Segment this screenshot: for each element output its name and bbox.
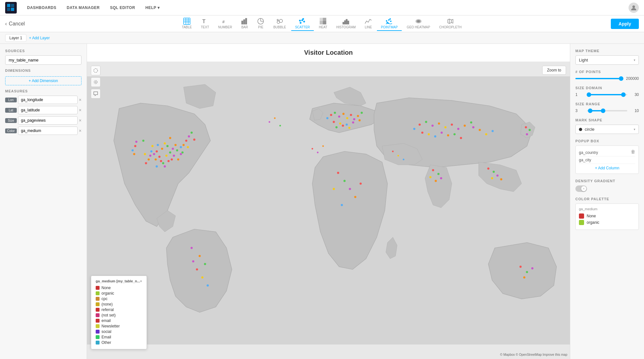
chart-type-heat[interactable]: HEAT (315, 16, 331, 31)
size-range-slider-left-thumb[interactable] (588, 109, 592, 113)
size-range-slider-container: 3 10 (575, 109, 639, 113)
nav-dashboards[interactable]: DASHBOARDS (27, 5, 56, 10)
svg-point-21 (300, 22, 301, 24)
map-title: Visitor Location (87, 44, 570, 62)
svg-rect-26 (320, 18, 323, 21)
color-palette-label: COLOR PALETTE (575, 197, 639, 201)
source-input[interactable] (5, 55, 82, 65)
zoom-to-button[interactable]: Zoom to (542, 66, 566, 75)
size-domain-slider-left-thumb[interactable] (587, 92, 591, 97)
measure-input-lon[interactable] (18, 96, 78, 104)
mark-shape-select[interactable]: circle ▾ (575, 125, 639, 134)
map-container[interactable]: Zoom to ga_medium [my_table_n... × None … (87, 62, 570, 359)
right-panel: MAP THEME Light ▾ # OF POINTS 200000 SIZ… (570, 44, 644, 359)
svg-point-65 (171, 158, 173, 161)
svg-point-61 (157, 144, 159, 146)
chart-type-choropleth[interactable]: CHOROPLETH (435, 16, 465, 31)
measure-remove-lat[interactable]: × (79, 108, 82, 113)
num-points-label: # OF POINTS (575, 70, 639, 74)
chart-type-pointmap[interactable]: POINTMAP (377, 16, 401, 31)
map-attribution: © Mapbox © OpenStreetMap Improve this ma… (500, 353, 567, 356)
svg-point-134 (349, 188, 351, 190)
chart-type-line[interactable]: LINE (361, 16, 376, 31)
svg-rect-27 (323, 18, 326, 21)
size-domain-slider-right-thumb[interactable] (621, 92, 626, 97)
size-domain-max: 30 (630, 92, 639, 97)
add-column-button[interactable]: + Add Column (579, 164, 635, 170)
measure-row-size: Size × (5, 116, 82, 125)
add-layer-button[interactable]: + Add Layer (29, 36, 50, 40)
user-avatar[interactable] (629, 3, 639, 13)
svg-point-87 (156, 165, 158, 168)
nav-data-manager[interactable]: DATA MANAGER (67, 5, 100, 10)
color-palette-box: ga_medium None organic (575, 203, 639, 230)
svg-point-152 (529, 129, 531, 131)
svg-point-35 (389, 20, 389, 21)
svg-point-62 (168, 160, 170, 162)
svg-point-115 (470, 121, 472, 124)
lasso-select-button[interactable] (91, 66, 101, 75)
svg-point-4 (632, 5, 635, 8)
size-domain-slider-row: 1 30 (575, 92, 639, 97)
measure-remove-color[interactable]: × (79, 128, 82, 133)
svg-point-50 (159, 156, 161, 158)
popup-delete-icon[interactable]: 🗑 (631, 149, 635, 154)
popup-box-label: POPUP BOX (575, 139, 639, 143)
svg-point-144 (207, 284, 209, 287)
svg-point-137 (360, 183, 362, 185)
svg-point-123 (472, 126, 475, 128)
measure-remove-size[interactable]: × (79, 118, 82, 123)
measure-remove-lon[interactable]: × (79, 97, 82, 102)
left-panel: SOURCES DIMENSIONS + Add Dimension MEASU… (0, 44, 87, 359)
chart-type-pie[interactable]: PIE (253, 16, 268, 31)
svg-point-107 (425, 121, 427, 123)
chart-type-number[interactable]: # NUMBER (214, 16, 236, 31)
chart-type-text[interactable]: T TEXT (197, 16, 213, 31)
svg-point-36 (390, 21, 391, 22)
measure-input-lat[interactable] (18, 106, 78, 114)
legend-color-email2 (96, 335, 100, 339)
svg-point-93 (326, 117, 329, 119)
measure-input-size[interactable] (18, 116, 78, 125)
legend-color-none (96, 286, 100, 290)
chart-type-geo-heatmap[interactable]: GEO HEATMAP (403, 16, 434, 31)
svg-point-90 (338, 116, 340, 118)
circle-select-button[interactable] (91, 77, 101, 87)
svg-point-146 (487, 167, 490, 170)
layer-tab-1[interactable]: Layer 1 (5, 34, 26, 42)
measure-input-color[interactable] (18, 127, 78, 135)
svg-point-114 (464, 125, 466, 127)
size-domain-slider-track (587, 94, 627, 95)
svg-point-119 (441, 132, 443, 134)
num-points-slider-thumb[interactable] (619, 76, 623, 81)
svg-point-111 (413, 128, 416, 130)
svg-point-88 (330, 114, 332, 116)
svg-point-75 (188, 135, 190, 137)
chart-type-bubble[interactable]: BUBBLE (269, 16, 290, 31)
density-gradient-toggle[interactable]: × (575, 185, 587, 192)
chart-type-histogram[interactable]: HISTOGRAM (332, 16, 360, 31)
map-theme-select[interactable]: Light ▾ (575, 55, 639, 65)
svg-point-147 (493, 171, 495, 173)
add-dimension-button[interactable]: + Add Dimension (5, 76, 82, 85)
logo (5, 2, 17, 14)
nav-help[interactable]: HELP ▾ (145, 5, 159, 10)
comment-button[interactable] (91, 89, 101, 99)
size-range-slider-right-thumb[interactable] (601, 109, 605, 113)
chart-type-table[interactable]: TABLE (178, 16, 196, 31)
chart-type-scatter[interactable]: SCATTER (291, 16, 314, 31)
svg-point-99 (339, 122, 341, 125)
legend-color-not-set (96, 313, 100, 317)
legend-color-referral (96, 308, 100, 312)
measure-tag-size: Size (5, 118, 17, 123)
nav-sql-editor[interactable]: SQL EDITOR (110, 5, 135, 10)
legend-color-social (96, 330, 100, 334)
num-points-slider-track (575, 78, 623, 79)
chart-type-bar[interactable]: BAR (237, 16, 252, 31)
cancel-button[interactable]: ‹ Cancel (5, 21, 25, 27)
legend-close-button[interactable]: × (140, 279, 142, 283)
svg-point-71 (177, 158, 179, 161)
mark-shape-arrow-icon: ▾ (634, 128, 635, 131)
svg-rect-29 (323, 21, 326, 24)
apply-button[interactable]: Apply (611, 19, 639, 29)
